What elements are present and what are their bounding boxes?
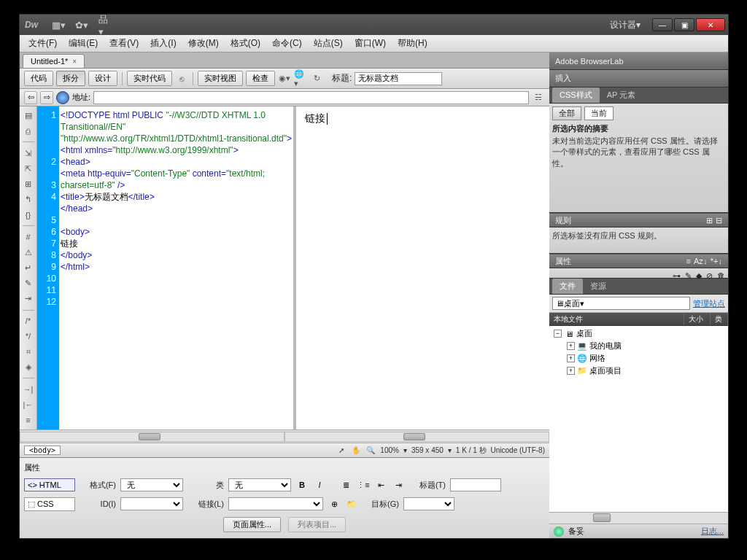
design-view-button[interactable]: 设计	[88, 71, 117, 86]
line-numbers-icon[interactable]: #	[22, 230, 35, 243]
live-view-button[interactable]: 实时视图	[198, 71, 243, 86]
multiscreen-icon[interactable]: ◉▾	[278, 72, 291, 85]
zoom-icon[interactable]: 🔍	[365, 446, 376, 456]
property-inspector-title[interactable]: 属性	[24, 461, 545, 475]
files-hscrollbar[interactable]	[549, 512, 728, 524]
menu-window[interactable]: 窗口(W)	[349, 36, 392, 51]
menu-modify[interactable]: 修改(M)	[182, 36, 225, 51]
outdent-icon[interactable]: |←	[22, 399, 35, 411]
refresh-icon[interactable]: ↻	[310, 72, 323, 85]
zoom-level[interactable]: 100%	[380, 446, 399, 454]
link-select[interactable]	[228, 497, 323, 510]
maximize-button[interactable]: ▣	[674, 18, 694, 31]
manage-sites-link[interactable]: 管理站点	[693, 298, 725, 309]
collapse-full-tag-icon[interactable]: ⇲	[22, 147, 35, 159]
show-list-icon[interactable]: Aᴢ↓	[694, 257, 708, 266]
scrollbar-thumb[interactable]	[593, 513, 611, 522]
assets-tab[interactable]: 资源	[583, 279, 614, 294]
expand-toggle-icon[interactable]: +	[567, 342, 575, 350]
props-header[interactable]: 属性 ≡ Aᴢ↓ *+↓	[549, 254, 728, 268]
site-icon[interactable]: 品▾	[98, 18, 112, 31]
scrollbar-thumb[interactable]	[139, 433, 160, 440]
ul-button[interactable]: ≣	[339, 479, 352, 491]
class-select[interactable]: 无	[228, 478, 291, 491]
highlight-invalid-icon[interactable]: ⚠	[22, 246, 35, 259]
code-view[interactable]: 12 34 56 78 910 1112 <!DOCTYPE html PUBL…	[37, 106, 296, 429]
follow-links-icon[interactable]: ⎋	[175, 72, 188, 85]
word-wrap-icon[interactable]: ↵	[22, 262, 35, 274]
rules-icon[interactable]: ⊞	[706, 216, 713, 225]
design-hscrollbar[interactable]	[285, 432, 549, 442]
italic-button[interactable]: I	[313, 479, 326, 491]
move-css-icon[interactable]: ◈	[22, 361, 35, 373]
menu-view[interactable]: 查看(V)	[104, 36, 144, 51]
format-source-icon[interactable]: ≡	[22, 414, 35, 427]
inspect-button[interactable]: 检查	[246, 71, 275, 86]
forward-button[interactable]: ⇨	[40, 91, 53, 104]
show-category-icon[interactable]: ≡	[686, 257, 691, 266]
current-button[interactable]: 当前	[584, 106, 614, 120]
bold-button[interactable]: B	[295, 479, 309, 491]
ol-button[interactable]: ⋮≡	[357, 479, 370, 491]
browserlab-panel-header[interactable]: Adobe BrowserLab	[549, 52, 728, 70]
address-input[interactable]	[93, 91, 529, 104]
format-select[interactable]: 无	[120, 478, 183, 491]
css-styles-tab[interactable]: CSS样式	[552, 88, 600, 103]
tag-crumb-body[interactable]: <body>	[24, 446, 61, 455]
browse-folder-icon[interactable]: 📁	[345, 498, 358, 510]
minimize-button[interactable]: —	[652, 18, 673, 31]
attach-stylesheet-icon[interactable]: ⊶	[673, 271, 681, 275]
delete-rule-icon[interactable]: 🗑	[717, 271, 725, 275]
files-tab[interactable]: 文件	[552, 279, 583, 294]
id-select[interactable]	[120, 497, 183, 510]
point-to-file-icon[interactable]: ⊕	[328, 498, 341, 510]
hand-icon[interactable]: ✋	[351, 446, 361, 456]
open-documents-icon[interactable]: ▤	[22, 109, 35, 122]
show-set-icon[interactable]: *+↓	[711, 257, 722, 266]
layout-icon[interactable]: ▦▾	[52, 18, 65, 31]
expand-toggle-icon[interactable]: +	[567, 367, 575, 375]
edit-rule-icon[interactable]: ◆	[696, 271, 702, 275]
tree-my-computer[interactable]: + 💻 我的电脑	[551, 340, 727, 352]
title-input[interactable]	[355, 72, 442, 85]
close-tab-icon[interactable]: ×	[72, 58, 77, 66]
code-hscrollbar[interactable]	[20, 432, 285, 442]
tree-desktop[interactable]: − 🖥 桌面	[551, 327, 727, 340]
pointer-icon[interactable]: ➚	[336, 446, 347, 456]
code-view-button[interactable]: 代码	[24, 71, 53, 86]
menu-commands[interactable]: 命令(C)	[266, 36, 308, 51]
insert-panel-header[interactable]: 插入	[549, 70, 728, 88]
dropdown-icon[interactable]: ▾	[448, 446, 452, 454]
auto-indent-icon[interactable]: ⇥	[22, 292, 35, 305]
menu-edit[interactable]: 编辑(E)	[63, 36, 104, 51]
expand-toggle-icon[interactable]: +	[567, 354, 575, 362]
file-management-icon[interactable]: ☵	[532, 91, 545, 104]
workspace-switcher[interactable]: 设计器 ▾	[604, 18, 646, 33]
browser-preview-icon[interactable]: 🌐▾	[294, 72, 307, 85]
css-mode-button[interactable]: ⬚ CSS	[24, 497, 75, 511]
dropdown-icon[interactable]: ▾	[403, 446, 407, 454]
menu-format[interactable]: 格式(O)	[225, 36, 266, 51]
collapse-selection-icon[interactable]: ⇱	[22, 163, 35, 175]
remove-comment-icon[interactable]: */	[22, 330, 35, 343]
disable-icon-icon[interactable]: ⊘	[706, 271, 713, 275]
menu-insert[interactable]: 插入(I)	[144, 36, 182, 51]
scrollbar-thumb[interactable]	[403, 433, 425, 440]
ap-elements-tab[interactable]: AP 元素	[600, 88, 643, 103]
apply-comment-icon[interactable]: /*	[22, 314, 35, 327]
menu-site[interactable]: 站点(S)	[308, 36, 349, 51]
code-text[interactable]: <!DOCTYPE html PUBLIC "-//W3C//DTD XHTML…	[59, 106, 293, 429]
html-mode-button[interactable]: <> HTML	[24, 478, 75, 491]
tree-desktop-items[interactable]: + 📁 桌面项目	[551, 365, 727, 377]
tree-network[interactable]: + 🌐 网络	[551, 352, 727, 365]
show-code-navigator-icon[interactable]: ⎙	[22, 125, 35, 137]
window-dims[interactable]: 359 x 450	[411, 446, 444, 454]
all-button[interactable]: 全部	[552, 106, 581, 120]
live-code-button[interactable]: 实时代码	[127, 71, 172, 86]
title-attr-input[interactable]	[450, 478, 501, 491]
col-size[interactable]: 大小	[684, 313, 711, 325]
menu-file[interactable]: 文件(F)	[23, 36, 63, 51]
outdent-button[interactable]: ⇤	[374, 479, 387, 491]
location-select[interactable]: 🖥 桌面 ▾	[552, 297, 690, 310]
target-select[interactable]	[403, 497, 454, 510]
